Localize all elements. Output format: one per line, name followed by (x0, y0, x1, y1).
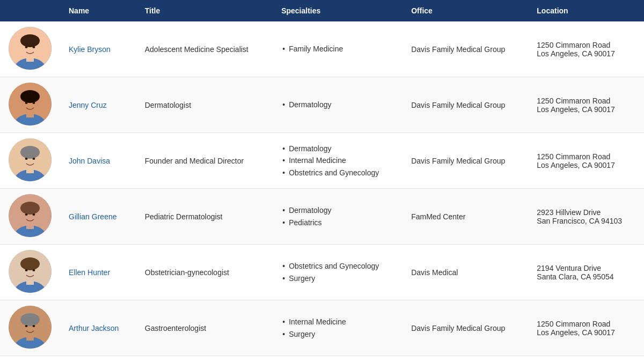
doctor-name-cell: Gillian Greene (60, 189, 136, 245)
svg-point-25 (20, 202, 40, 215)
doctor-name[interactable]: Arthur Jackson (69, 324, 119, 333)
specialty-list: Family Medicine (281, 43, 394, 55)
avatar-cell (0, 245, 60, 300)
specialty-item: Internal Medicine (281, 154, 394, 166)
svg-point-11 (20, 90, 40, 103)
doctor-office-cell: Davis Family Medical Group (402, 77, 528, 133)
table-header-row: Name Title Specialties Office Location (0, 0, 644, 21)
doctor-office-cell: Davis Family Medical Group (402, 133, 528, 189)
specialty-item: Dermatology (281, 204, 394, 216)
svg-point-4 (20, 34, 40, 47)
svg-point-32 (20, 257, 40, 270)
avatar (9, 27, 52, 70)
specialties-header: Specialties (273, 0, 402, 21)
doctor-name[interactable]: John Davisa (69, 157, 110, 165)
doctor-name-cell: Jenny Cruz (60, 77, 136, 133)
location-header: Location (528, 0, 644, 21)
specialty-list: DermatologyInternal MedicineObstetrics a… (281, 143, 394, 179)
svg-point-34 (33, 269, 35, 271)
specialty-item: Dermatology (281, 143, 394, 154)
doctor-location-cell: 1250 Cimmaron RoadLos Angeles, CA 90017 (528, 77, 644, 133)
doctor-name-cell: John Davisa (60, 133, 136, 189)
doctor-title-cell: Gastroenterologist (136, 300, 273, 356)
doctor-name[interactable]: Kylie Bryson (69, 45, 111, 54)
doctor-name-cell: Arthur Jackson (60, 300, 136, 356)
avatar-cell (0, 300, 60, 356)
doctor-location-cell: 2194 Ventura DriveSanta Clara, CA 95054 (528, 245, 644, 300)
doctor-specialties-cell: DermatologyPediatrics (273, 189, 402, 245)
doctor-office-cell: Davis Family Medical Group (402, 21, 528, 77)
specialty-item: Dermatology (281, 99, 394, 110)
doctor-location-cell: 1250 Cimmaron RoadLos Angeles, CA 90017 (528, 300, 644, 356)
doctor-title-cell: Obstetrician-gynecologist (136, 245, 273, 300)
table-row: Ellen HunterObstetrician-gynecologistObs… (0, 245, 644, 300)
doctor-title-cell: Adolescent Medicine Specialist (136, 21, 273, 77)
svg-point-27 (33, 213, 35, 216)
table-row: Kylie BrysonAdolescent Medicine Speciali… (0, 21, 644, 77)
doctor-office-cell: Davis Family Medical Group (402, 300, 528, 356)
doctor-location-cell: 1250 Cimmaron RoadLos Angeles, CA 90017 (528, 21, 644, 77)
specialty-item: Obstetrics and Gynecology (281, 167, 394, 179)
doctor-specialties-cell: DermatologyInternal MedicineObstetrics a… (273, 133, 402, 189)
avatar-cell (0, 133, 60, 189)
title-header: Title (136, 0, 273, 21)
specialty-item: Pediatrics (281, 217, 394, 228)
doctor-name-cell: Kylie Bryson (60, 21, 136, 77)
svg-point-39 (20, 313, 40, 326)
doctor-name[interactable]: Jenny Cruz (69, 101, 107, 109)
svg-point-6 (33, 46, 35, 48)
doctor-title-cell: Dermatologist (136, 77, 273, 133)
table-row: Gillian GreenePediatric DermatologistDer… (0, 189, 644, 245)
doctor-office-cell: Davis Medical (402, 245, 528, 300)
avatar-header (0, 0, 60, 21)
doctor-specialties-cell: Obstetrics and GynecologySurgery (273, 245, 402, 300)
specialty-list: DermatologyPediatrics (281, 204, 394, 228)
specialty-item: Surgery (281, 272, 394, 284)
avatar (9, 83, 52, 125)
svg-point-12 (25, 102, 28, 104)
specialty-list: Dermatology (281, 99, 394, 110)
doctor-name[interactable]: Gillian Greene (69, 212, 117, 221)
doctor-location-cell: 2923 Hillview DriveSan Francisco, CA 941… (528, 189, 644, 245)
doctor-specialties-cell: Dermatology (273, 77, 402, 133)
svg-point-33 (25, 269, 28, 271)
office-header: Office (402, 0, 528, 21)
avatar-cell (0, 77, 60, 133)
doctor-office-cell: FamMed Center (402, 189, 528, 245)
avatar-cell (0, 189, 60, 245)
table-row: John DavisaFounder and Medical DirectorD… (0, 133, 644, 189)
specialty-list: Internal MedicineSurgery (281, 316, 394, 340)
avatar (9, 306, 52, 349)
avatar (9, 138, 52, 181)
doctor-specialties-cell: Internal MedicineSurgery (273, 300, 402, 356)
svg-point-5 (25, 46, 28, 48)
specialty-item: Family Medicine (281, 43, 394, 55)
svg-point-19 (25, 158, 28, 160)
svg-point-40 (25, 325, 28, 327)
specialty-list: Obstetrics and GynecologySurgery (281, 260, 394, 284)
specialty-item: Obstetrics and Gynecology (281, 260, 394, 272)
doctor-name-cell: Ellen Hunter (60, 245, 136, 300)
svg-point-41 (33, 325, 35, 327)
name-header: Name (60, 0, 136, 21)
table-row: Arthur JacksonGastroenterologistInternal… (0, 300, 644, 356)
avatar-cell (0, 21, 60, 77)
specialty-item: Surgery (281, 328, 394, 340)
svg-point-26 (25, 213, 28, 216)
doctor-title-cell: Pediatric Dermatologist (136, 189, 273, 245)
doctor-specialties-cell: Family Medicine (273, 21, 402, 77)
doctors-table: Name Title Specialties Office Location K… (0, 0, 644, 356)
svg-point-20 (33, 158, 35, 160)
avatar (9, 194, 52, 237)
doctor-name[interactable]: Ellen Hunter (69, 268, 110, 277)
avatar (9, 250, 52, 293)
specialty-item: Internal Medicine (281, 316, 394, 328)
table-row: Jenny CruzDermatologistDermatologyDavis … (0, 77, 644, 133)
doctor-location-cell: 1250 Cimmaron RoadLos Angeles, CA 90017 (528, 133, 644, 189)
svg-point-13 (33, 102, 35, 104)
doctor-title-cell: Founder and Medical Director (136, 133, 273, 189)
svg-point-18 (20, 146, 40, 159)
